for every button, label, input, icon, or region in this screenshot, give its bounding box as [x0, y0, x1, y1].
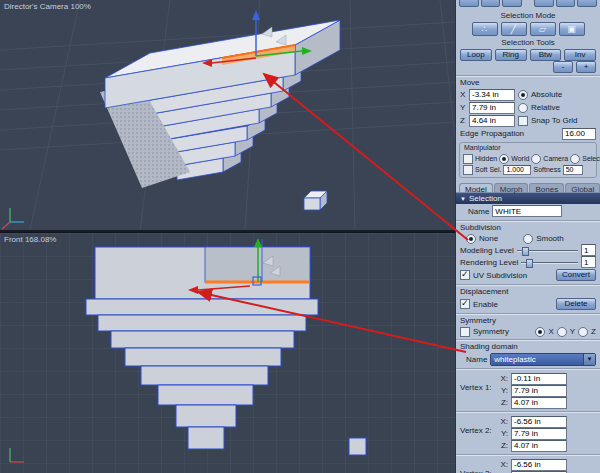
loop-button[interactable]: Loop [460, 49, 492, 61]
rendering-level-label: Rendering Level [460, 258, 518, 267]
absolute-radio[interactable] [518, 90, 528, 100]
tab-morph[interactable]: Morph [494, 183, 529, 192]
snap-to-grid-checkbox[interactable] [518, 116, 528, 126]
toolbar-icon-button[interactable] [556, 0, 576, 7]
collapse-arrow-icon: ▼ [460, 196, 466, 202]
viewport-perspective[interactable]: Director's Camera 100% [0, 0, 455, 232]
convert-button[interactable]: Convert [556, 269, 596, 281]
subdiv-none-radio[interactable] [466, 234, 476, 244]
shading-domain-dropdown[interactable]: whiteplastic ▾ [490, 353, 596, 366]
world-label: World [511, 155, 529, 162]
tab-global[interactable]: Global [565, 183, 600, 192]
symmetry-y-label: Y [570, 327, 575, 336]
edges-mode-icon: ╱ [511, 24, 516, 34]
uv-subdivision-checkbox[interactable] [460, 270, 470, 280]
edges-mode-button[interactable]: ╱ [501, 22, 527, 36]
hidden-checkbox[interactable] [463, 154, 473, 164]
x-axis-label: X: [500, 460, 508, 469]
rendering-level-input[interactable] [581, 256, 596, 268]
softness-input[interactable] [563, 165, 583, 175]
y-axis-label: Y: [500, 429, 508, 438]
soft-sel-label: Soft Sel. [475, 166, 501, 173]
shading-domain-title: Shading domain [456, 339, 600, 352]
toolbar-icon-button[interactable] [481, 0, 501, 7]
toolbar-icon-button[interactable] [459, 0, 479, 7]
symmetry-x-radio[interactable] [535, 327, 545, 337]
symmetry-y-radio[interactable] [557, 327, 567, 337]
modeling-level-input[interactable] [581, 244, 596, 256]
relative-radio[interactable] [518, 103, 528, 113]
world-radio[interactable] [499, 154, 509, 164]
small-cube-mesh-front[interactable] [349, 438, 366, 455]
move-z-input[interactable] [469, 115, 515, 127]
perspective-canvas[interactable] [0, 0, 455, 230]
move-y-label: Y [460, 103, 466, 112]
viewport-area: Director's Camera 100% [0, 0, 455, 473]
move-x-input[interactable] [469, 89, 515, 101]
vertex-1-y-input[interactable] [511, 385, 567, 397]
z-axis-label: Z: [500, 398, 508, 407]
ring-button[interactable]: Ring [495, 49, 527, 61]
toolbar-icon-button[interactable] [534, 0, 554, 7]
move-y-input[interactable] [469, 102, 515, 114]
move-z-label: Z [460, 116, 466, 125]
tab-bones[interactable]: Bones [529, 183, 564, 192]
shading-domain-value: whiteplastic [491, 354, 583, 365]
symmetry-z-radio[interactable] [578, 327, 588, 337]
toolbar-icon-button[interactable] [577, 0, 597, 7]
polygons-mode-button[interactable]: ▱ [530, 22, 556, 36]
rendering-level-slider[interactable] [521, 258, 578, 267]
btw-button[interactable]: Btw [530, 49, 562, 61]
soft-sel-checkbox[interactable] [463, 165, 473, 175]
subdiv-smooth-radio[interactable] [523, 234, 533, 244]
vertex-1-x-input[interactable] [511, 373, 567, 385]
toolbar-icon-button[interactable] [502, 0, 522, 7]
symmetry-checkbox[interactable] [460, 327, 470, 337]
selection-name-label: Name [468, 207, 489, 216]
x-axis-label: X: [500, 374, 508, 383]
vertex-2-y-input[interactable] [511, 428, 567, 440]
top-toolbar [456, 0, 600, 9]
selection-radio[interactable] [570, 154, 580, 164]
displacement-enable-checkbox[interactable] [460, 299, 470, 309]
soft-sel-input[interactable] [503, 165, 531, 175]
selection-header-label: Selection [469, 194, 502, 203]
selection-mode-title: Selection Mode [456, 9, 600, 21]
symmetry-title: Symmetry [456, 313, 600, 326]
edge-propagation-input[interactable] [562, 128, 596, 140]
stepped-mesh[interactable] [100, 20, 340, 188]
viewport-perspective-label: Director's Camera 100% [4, 2, 91, 11]
selection-section-header[interactable]: ▼ Selection [456, 193, 600, 204]
inv-button[interactable]: Inv [564, 49, 596, 61]
viewport-front-label: Front 168.08% [4, 235, 56, 244]
subdivision-title: Subdivision [456, 220, 600, 233]
vertex-2-x-input[interactable] [511, 416, 567, 428]
edge-propagation-label: Edge Propagation [460, 129, 559, 138]
modeling-level-slider[interactable] [517, 246, 578, 255]
vertex-2-z-input[interactable] [511, 440, 567, 452]
camera-radio[interactable] [531, 154, 541, 164]
shading-name-label: Name [466, 355, 487, 364]
vertex-1-block: Vertex 1: X: Y: Z: [456, 372, 600, 409]
dropdown-arrow-icon: ▾ [583, 354, 595, 365]
small-cube-mesh[interactable] [304, 191, 327, 210]
absolute-label: Absolute [531, 90, 562, 99]
selection-name-input[interactable] [492, 205, 562, 217]
displacement-title: Displacement [456, 284, 600, 297]
tab-model[interactable]: Model [459, 183, 493, 192]
shrink-selection-button[interactable]: - [553, 61, 573, 73]
manipulator-title: Manipulator [460, 144, 596, 153]
items-mode-button[interactable]: ▣ [559, 22, 585, 36]
relative-label: Relative [531, 103, 560, 112]
delete-button[interactable]: Delete [556, 298, 596, 310]
front-canvas[interactable] [0, 233, 455, 473]
camera-label: Camera [543, 155, 568, 162]
grow-selection-button[interactable]: + [576, 61, 596, 73]
uv-subdivision-label: UV Subdivision [473, 271, 553, 280]
vertex-3-x-input[interactable] [511, 459, 567, 471]
subdiv-smooth-label: Smooth [536, 234, 564, 243]
vertex-1-z-input[interactable] [511, 397, 567, 409]
vertex-3-label: Vertex 3: [460, 459, 496, 473]
vertices-mode-button[interactable]: ∴ [472, 22, 498, 36]
viewport-front[interactable]: Front 168.08% [0, 233, 455, 473]
